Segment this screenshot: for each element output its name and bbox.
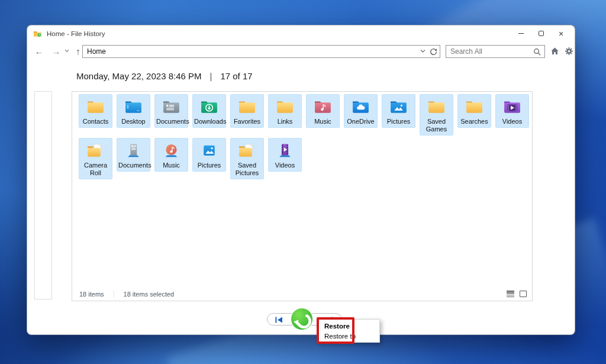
folder-yellow-icon <box>427 97 446 117</box>
file-tile[interactable]: Videos <box>495 94 529 128</box>
file-tile[interactable]: Saved Games <box>420 94 453 136</box>
lib-documents-icon <box>124 141 143 160</box>
file-tile[interactable]: Searches <box>457 94 491 128</box>
refresh-icon <box>430 48 437 56</box>
address-bar[interactable] <box>82 45 428 58</box>
address-input[interactable] <box>83 46 427 57</box>
file-tile-label: Searches <box>459 118 489 125</box>
settings-button[interactable] <box>565 47 573 58</box>
file-tile-label: Links <box>270 118 300 125</box>
close-icon: × <box>559 30 563 38</box>
maximize-icon <box>539 31 544 36</box>
search-input[interactable] <box>446 46 544 57</box>
icon-grid: Contacts Desktop Documents Downloads Fav… <box>79 94 529 179</box>
file-tile[interactable]: Links <box>268 94 302 128</box>
file-tile-label: Pictures <box>194 162 224 169</box>
restore-context-menu: Restore Restore to <box>317 319 380 343</box>
search-box[interactable] <box>446 45 545 58</box>
folder-gray-doc-icon <box>162 97 181 117</box>
file-tile-label: Pictures <box>383 118 414 125</box>
chevron-down-icon <box>65 49 69 53</box>
folder-yellow-icon <box>275 97 295 117</box>
file-list-panel: Contacts Desktop Documents Downloads Fav… <box>72 91 533 301</box>
folder-yellow-icon <box>465 97 484 117</box>
snapshot-header: Monday, May 22, 2023 8:46 PM | 17 of 17 <box>76 71 253 81</box>
file-tile[interactable]: Documents <box>154 94 188 128</box>
forward-icon: → <box>52 46 61 56</box>
items-count: 18 items <box>79 291 104 298</box>
previous-version-button[interactable] <box>275 317 283 323</box>
menu-item-restore[interactable]: Restore <box>318 321 379 331</box>
minimize-icon <box>518 33 524 34</box>
file-tile-label: OneDrive <box>346 118 376 125</box>
folder-page-icon <box>86 141 105 160</box>
window-title: Home - File History <box>47 30 105 37</box>
back-button[interactable]: ← <box>32 43 46 59</box>
details-view-icon[interactable] <box>507 291 514 297</box>
close-button[interactable]: × <box>551 25 571 41</box>
file-tile[interactable]: Documents <box>117 138 150 172</box>
icon-grid-row-2: Camera Roll Documents Music Pictures Sav… <box>79 138 529 179</box>
folder-videos-icon <box>502 97 522 117</box>
up-icon: ↑ <box>76 46 80 56</box>
folder-music-icon <box>313 97 333 117</box>
home-icon <box>550 47 559 55</box>
file-tile[interactable]: Pictures <box>192 138 226 172</box>
folder-blue-icon <box>124 97 143 117</box>
file-tile[interactable]: Contacts <box>79 94 112 128</box>
previous-snapshot-peek-panel <box>34 91 52 299</box>
folder-yellow-icon <box>86 97 105 117</box>
snapshot-date: Monday, May 22, 2023 8:46 PM <box>76 71 202 81</box>
icon-grid-row-1: Contacts Desktop Documents Downloads Fav… <box>79 94 529 136</box>
home-button[interactable] <box>550 47 559 57</box>
refresh-button[interactable] <box>427 45 440 58</box>
gear-icon <box>565 47 573 56</box>
forward-button[interactable]: → <box>49 43 63 59</box>
folder-onedrive-icon <box>351 97 370 117</box>
address-dropdown-icon[interactable] <box>420 49 426 53</box>
file-tile-label: Desktop <box>118 118 149 125</box>
items-selected-count: 18 items selected <box>114 291 175 298</box>
file-tile-label: Saved Pictures <box>232 162 262 177</box>
folder-pictures-icon <box>389 97 408 117</box>
menu-item-restore-to[interactable]: Restore to <box>318 331 379 342</box>
file-tile-label: Favorites <box>232 118 262 125</box>
file-history-app-icon <box>33 29 42 38</box>
header-separator: | <box>210 71 212 81</box>
title-bar[interactable]: Home - File History <box>27 25 575 41</box>
maximize-button[interactable] <box>531 25 551 41</box>
minimize-button[interactable] <box>511 25 531 41</box>
file-tile[interactable]: Videos <box>268 138 302 172</box>
folder-page-icon <box>237 141 257 160</box>
folder-yellow-icon <box>237 97 257 117</box>
file-tile[interactable]: Music <box>306 94 340 128</box>
recent-locations-button[interactable] <box>63 43 71 59</box>
file-tile-label: Saved Games <box>421 118 452 133</box>
file-tile-label: Documents <box>156 118 186 125</box>
folder-download-icon <box>199 97 219 117</box>
lib-videos-icon <box>275 141 295 160</box>
file-tile[interactable]: Downloads <box>192 94 226 128</box>
file-tile[interactable]: Music <box>154 138 188 172</box>
file-tile-label: Music <box>308 118 338 125</box>
file-tile[interactable]: Pictures <box>382 94 415 128</box>
file-tile[interactable]: Desktop <box>117 94 150 128</box>
file-tile-label: Camera Roll <box>80 162 111 177</box>
back-icon: ← <box>35 46 44 56</box>
file-tile[interactable]: Saved Pictures <box>230 138 264 179</box>
restore-button[interactable] <box>291 308 313 330</box>
file-history-window: Home - File History × ← → ↑ <box>27 25 575 335</box>
status-bar: 18 items 18 items selected <box>79 291 174 298</box>
file-tile-label: Documents <box>118 162 149 169</box>
file-tile-label: Downloads <box>194 118 224 125</box>
lib-music-icon <box>162 141 181 160</box>
file-tile-label: Videos <box>497 118 527 125</box>
file-tile-label: Music <box>156 162 186 169</box>
file-tile[interactable]: Camera Roll <box>79 138 112 179</box>
file-tile[interactable]: OneDrive <box>344 94 378 128</box>
file-tile-label: Contacts <box>80 118 111 125</box>
large-icons-view-icon[interactable] <box>520 291 527 297</box>
file-tile[interactable]: Favorites <box>230 94 264 128</box>
lib-pictures-icon <box>199 141 219 160</box>
file-tile-label: Videos <box>270 162 300 169</box>
